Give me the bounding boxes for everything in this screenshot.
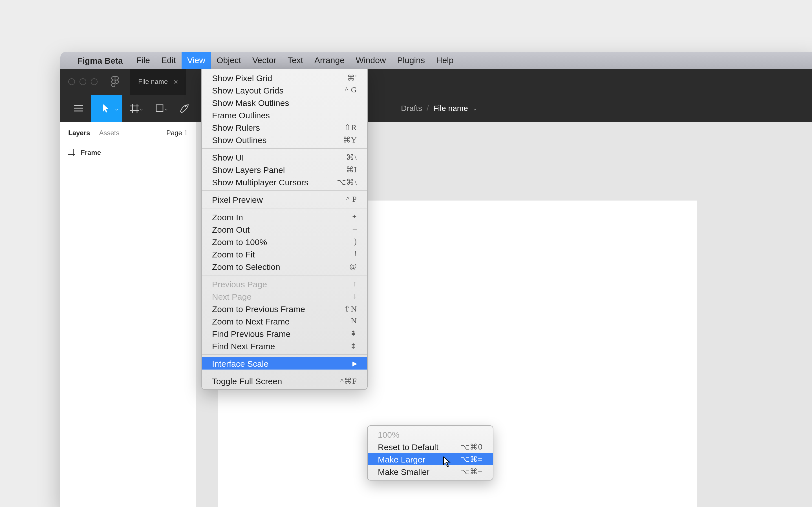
menu-item[interactable]: Zoom to 100%) [202, 235, 367, 248]
frame-tool-button[interactable]: ⌄ [122, 95, 147, 122]
menu-item[interactable]: Zoom to Fit! [202, 248, 367, 260]
shape-tool-button[interactable]: ⌄ [147, 95, 172, 122]
menu-item[interactable]: Pixel Preview^ P [202, 193, 367, 206]
menu-item-shortcut: – [353, 225, 357, 234]
menu-item[interactable]: Find Next Frame⇟ [202, 340, 367, 352]
menu-item-shortcut: ! [354, 249, 357, 259]
main-menu-button[interactable] [66, 95, 91, 122]
menu-item-shortcut: ↑ [353, 279, 357, 288]
menu-item: Next Page↓ [202, 290, 367, 302]
submenu-item[interactable]: Make Larger⌥⌘= [368, 453, 493, 465]
menu-item[interactable]: Show Multiplayer Cursors⌥⌘\ [202, 176, 367, 188]
file-tab-label: File name [138, 78, 168, 86]
breadcrumb-drafts[interactable]: Drafts [401, 104, 422, 113]
tab-layers[interactable]: Layers [68, 129, 90, 136]
figma-logo-icon[interactable] [110, 76, 120, 87]
menu-arrange[interactable]: Arrange [309, 52, 350, 69]
menu-separator [202, 275, 367, 276]
menu-window[interactable]: Window [350, 52, 392, 69]
pen-tool-button[interactable] [172, 95, 197, 122]
menu-item-shortcut: ⇟ [350, 341, 357, 351]
menu-item[interactable]: Zoom Out– [202, 223, 367, 235]
menu-edit[interactable]: Edit [156, 52, 182, 69]
submenu-item-shortcut: ⌥⌘− [460, 467, 483, 476]
menu-item-label: Frame Outlines [212, 110, 270, 120]
move-tool-button[interactable]: ⌄ [91, 95, 122, 122]
menu-item[interactable]: Show Outlines⌘Y [202, 133, 367, 146]
submenu-item-label: Make Larger [378, 454, 425, 464]
menu-item[interactable]: Zoom In+ [202, 211, 367, 223]
close-tab-icon[interactable]: × [173, 77, 178, 86]
breadcrumb: Drafts / File name ⌄ [401, 104, 477, 113]
menu-item-label: Show Rulers [212, 122, 260, 132]
chevron-down-icon: ⌄ [114, 106, 119, 112]
breadcrumb-file[interactable]: File name [434, 104, 468, 113]
menu-item[interactable]: Zoom to Previous Frame⇧N [202, 302, 367, 315]
menu-view[interactable]: View [182, 52, 211, 69]
file-tab[interactable]: File name × [130, 69, 186, 95]
menu-item-label: Show Pixel Grid [212, 73, 272, 82]
menu-item[interactable]: Zoom to Selection@ [202, 260, 367, 273]
app-name[interactable]: Figma Beta [77, 55, 123, 65]
chevron-down-icon[interactable]: ⌄ [472, 105, 477, 111]
menu-separator [202, 372, 367, 372]
menu-item-label: Show Layers Panel [212, 165, 285, 174]
submenu-item-label: Make Smaller [378, 467, 429, 476]
minimize-window-icon[interactable] [80, 78, 86, 85]
submenu-item[interactable]: Reset to Default⌥⌘0 [368, 441, 493, 453]
submenu-item-shortcut: ⌥⌘= [460, 455, 483, 464]
menu-item-shortcut: + [352, 212, 357, 221]
breadcrumb-separator: / [426, 104, 429, 113]
menu-item-shortcut: ↓ [353, 292, 357, 301]
menu-file[interactable]: File [131, 52, 156, 69]
zoom-window-icon[interactable] [91, 78, 98, 85]
menu-text[interactable]: Text [282, 52, 309, 69]
close-window-icon[interactable] [68, 78, 75, 85]
menu-item-label: Show Mask Outlines [212, 98, 289, 107]
menu-item-label: Zoom In [212, 212, 243, 222]
menu-item[interactable]: Show Mask Outlines [202, 96, 367, 109]
menu-item[interactable]: Show Layout Grids^ G [202, 84, 367, 96]
menu-item-label: Zoom Out [212, 224, 250, 234]
layer-row[interactable]: Frame [60, 144, 196, 162]
menu-separator [202, 148, 367, 149]
submenu-item[interactable]: Make Smaller⌥⌘− [368, 465, 493, 478]
menu-item[interactable]: Show Rulers⇧R [202, 121, 367, 133]
menu-item-shortcut: ^⌘F [340, 376, 357, 386]
menu-item: Previous Page↑ [202, 278, 367, 290]
pages-selector[interactable]: Page 1 [166, 129, 188, 136]
menu-item-shortcut: ⇞ [350, 329, 357, 338]
menu-item-shortcut: @ [349, 262, 357, 271]
submenu-item-label: 100% [378, 430, 400, 439]
menu-item[interactable]: Show Pixel Grid⌘' [202, 71, 367, 84]
menu-item[interactable]: Find Previous Frame⇞ [202, 327, 367, 340]
menu-item[interactable]: Toggle Full Screen^⌘F [202, 375, 367, 387]
menu-item-label: Show UI [212, 152, 244, 162]
menu-item[interactable]: Show Layers Panel⌘I [202, 163, 367, 176]
menu-item-shortcut: ⌘Y [343, 135, 357, 145]
menu-object[interactable]: Object [211, 52, 247, 69]
menu-item-label: Show Multiplayer Cursors [212, 177, 308, 187]
menu-item-label: Zoom to Previous Frame [212, 304, 305, 314]
menu-item-label: Zoom to Fit [212, 249, 255, 259]
menu-item-label: Interface Scale [212, 358, 268, 368]
menu-separator [202, 354, 367, 355]
menu-vector[interactable]: Vector [247, 52, 282, 69]
tab-assets[interactable]: Assets [99, 129, 119, 136]
menu-item[interactable]: Frame Outlines [202, 109, 367, 121]
menu-item-shortcut: ⌥⌘\ [337, 177, 357, 187]
menu-item-shortcut: N [351, 317, 357, 326]
left-sidebar: Layers Assets Page 1 Frame [60, 122, 196, 507]
interface-scale-submenu: 100%Reset to Default⌥⌘0Make Larger⌥⌘=Mak… [367, 425, 493, 481]
menu-item[interactable]: Zoom to Next FrameN [202, 315, 367, 327]
menu-item[interactable]: Interface Scale▶ [202, 357, 367, 370]
menu-item-label: Toggle Full Screen [212, 376, 282, 386]
menu-help[interactable]: Help [430, 52, 459, 69]
submenu-item: 100% [368, 428, 493, 441]
menu-plugins[interactable]: Plugins [392, 52, 430, 69]
menu-item-shortcut: ^ P [346, 195, 357, 204]
menu-item-shortcut: ⇧R [344, 122, 357, 132]
svg-rect-1 [156, 105, 163, 112]
menu-item[interactable]: Show UI⌘\ [202, 151, 367, 163]
menu-item-label: Find Previous Frame [212, 329, 290, 338]
